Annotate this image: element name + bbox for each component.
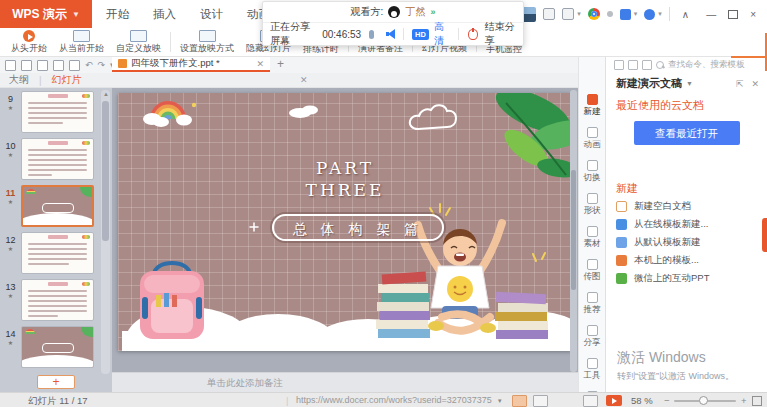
local-template-icon xyxy=(616,255,627,266)
share-icon xyxy=(587,325,598,336)
slide-11-thumbnail-selected[interactable] xyxy=(21,185,94,227)
slide-editor[interactable]: PART THREE 总 体 构 架 篇 xyxy=(118,93,572,351)
tab-slides[interactable]: 幻灯片 xyxy=(52,73,82,87)
normal-view-icon[interactable] xyxy=(512,395,527,407)
slide-sorter-icon[interactable] xyxy=(533,395,548,407)
tab-outline[interactable]: 大纲 xyxy=(9,73,29,87)
part-heading: PART THREE xyxy=(118,157,572,201)
service-icon[interactable] xyxy=(543,8,555,20)
sidebar-item-shapes[interactable]: 形状 xyxy=(579,190,605,220)
rainbow-icon xyxy=(82,94,90,98)
tab-insert[interactable]: 插入 xyxy=(153,7,176,22)
account-square-icon[interactable] xyxy=(620,9,631,20)
slideshow-play-button[interactable] xyxy=(606,395,622,406)
preview-icon[interactable] xyxy=(69,60,80,71)
menu-icon[interactable] xyxy=(5,60,16,71)
notes-bar[interactable]: 单击此处添加备注 xyxy=(112,372,578,392)
zoom-level[interactable]: 58 % xyxy=(631,395,653,406)
sidebar-item-new[interactable]: 新建 xyxy=(579,91,605,121)
microphone-icon[interactable] xyxy=(369,30,374,39)
slide-12-thumbnail[interactable] xyxy=(21,232,94,274)
minimize-button[interactable]: — xyxy=(701,9,721,20)
sidebar-item-share[interactable]: 分享 xyxy=(579,322,605,352)
save-icon[interactable] xyxy=(21,60,32,71)
slide-14-thumbnail[interactable] xyxy=(21,326,94,368)
chrome-icon[interactable] xyxy=(588,8,600,20)
from-current-button[interactable]: 从当前开始 xyxy=(53,30,110,54)
slide-9-thumbnail[interactable] xyxy=(21,91,94,133)
sidebar-item-upload-image[interactable]: 传图 xyxy=(579,256,605,286)
sidebar-item-recommend[interactable]: 推荐 xyxy=(579,289,605,319)
sidebar-item-transition[interactable]: 切换 xyxy=(579,157,605,187)
custom-show-button[interactable]: 自定义放映 xyxy=(110,30,167,54)
app-logo-label: WPS 演示 xyxy=(12,6,67,23)
hd-badge[interactable]: HD xyxy=(412,29,429,40)
zoom-in-button[interactable]: + xyxy=(741,395,747,406)
share-icon[interactable] xyxy=(562,8,574,20)
add-slide-button[interactable]: + xyxy=(37,375,75,389)
reading-view-icon[interactable] xyxy=(583,395,598,407)
from-beginning-button[interactable]: 从头开始 xyxy=(5,30,53,54)
new-document-tab-button[interactable]: + xyxy=(277,57,284,72)
scrollbar-thumb[interactable] xyxy=(571,170,576,290)
wps-logo-menu[interactable]: WPS 演示 ▼ xyxy=(0,0,92,28)
thumbnail-row[interactable]: 14★ xyxy=(0,326,98,372)
scrollbar-thumb[interactable] xyxy=(102,101,109,241)
sidebar-item-tools[interactable]: 工具 xyxy=(579,355,605,385)
docer-url[interactable]: https://www.docer.com/works?userid=32703… xyxy=(296,395,492,405)
speaker-icon[interactable] xyxy=(386,29,395,39)
tab-home[interactable]: 开始 xyxy=(106,7,129,22)
tab-design[interactable]: 设计 xyxy=(200,7,223,22)
close-icon[interactable]: ✕ xyxy=(300,75,308,85)
settings-dot-icon[interactable] xyxy=(607,11,613,17)
zoom-slider-knob[interactable] xyxy=(699,396,708,405)
thumbnail-row[interactable]: 12★ xyxy=(0,232,98,278)
close-icon[interactable]: ✕ xyxy=(751,79,759,89)
sidebar-item-assets[interactable]: 素材 xyxy=(579,223,605,253)
thumbnail-scrollbar[interactable]: ▲ xyxy=(101,90,110,374)
end-share-button[interactable]: 结束分享 xyxy=(485,20,516,48)
chevron-down-icon[interactable]: ▼ xyxy=(686,80,693,87)
fit-to-window-icon[interactable] xyxy=(752,396,762,406)
undo-icon[interactable]: ↶ xyxy=(85,61,93,70)
online-template-item[interactable]: 从在线模板新建... xyxy=(616,215,761,233)
close-icon[interactable]: ✕ xyxy=(256,59,264,69)
shapes-icon xyxy=(587,193,598,204)
help-circle-icon[interactable] xyxy=(644,9,655,20)
restore-button[interactable] xyxy=(728,10,738,19)
setup-show-button[interactable]: 设置放映方式 xyxy=(174,30,240,54)
document-tab[interactable]: 四年级下册作文.ppt * ✕ xyxy=(112,57,270,72)
thumbnail-row[interactable]: 13★ xyxy=(0,279,98,325)
viewer-name: 丁然 xyxy=(405,5,425,19)
collapse-ribbon-button[interactable]: ∧ xyxy=(677,9,694,20)
thumbnail-row[interactable]: 10★ xyxy=(0,138,98,184)
slide-10-thumbnail[interactable] xyxy=(21,138,94,180)
close-button[interactable]: × xyxy=(745,9,761,20)
output-icon[interactable] xyxy=(37,60,48,71)
default-template-item[interactable]: 从默认模板新建 xyxy=(616,233,761,251)
command-search-bar[interactable]: 查找命令、搜索模板 xyxy=(606,57,767,72)
expand-icon[interactable]: ⇱ xyxy=(736,79,744,89)
print-icon[interactable] xyxy=(53,60,64,71)
wechat-ppt-item[interactable]: 微信上的互动PPT xyxy=(616,269,761,287)
pane-icon[interactable] xyxy=(642,60,652,70)
view-recent-button[interactable]: 查看最近打开 xyxy=(634,121,740,145)
scroll-up-icon[interactable]: ▲ xyxy=(103,91,109,97)
docer-collapse-handle[interactable] xyxy=(762,218,767,252)
local-template-item[interactable]: 本机上的模板... xyxy=(616,251,761,269)
thumbnail-row[interactable]: 11★ xyxy=(0,185,98,231)
pane-icon[interactable] xyxy=(614,60,624,70)
chevron-down-icon[interactable]: ▾ xyxy=(498,397,502,405)
slide-number: 14 xyxy=(0,329,21,340)
zoom-out-button[interactable]: − xyxy=(664,395,670,406)
sidebar-item-animation[interactable]: 动画 xyxy=(579,124,605,154)
canvas-scrollbar[interactable] xyxy=(570,90,577,372)
power-icon[interactable] xyxy=(468,29,477,40)
rainbow-icon xyxy=(82,141,90,145)
section-title-pill[interactable]: 总 体 构 架 篇 xyxy=(272,214,444,241)
slide-13-thumbnail[interactable] xyxy=(21,279,94,321)
redo-icon[interactable]: ↷ xyxy=(98,61,106,70)
new-blank-doc-item[interactable]: 新建空白文档 xyxy=(616,197,761,215)
thumbnail-row[interactable]: 9★ xyxy=(0,91,98,137)
pane-icon[interactable] xyxy=(628,60,638,70)
